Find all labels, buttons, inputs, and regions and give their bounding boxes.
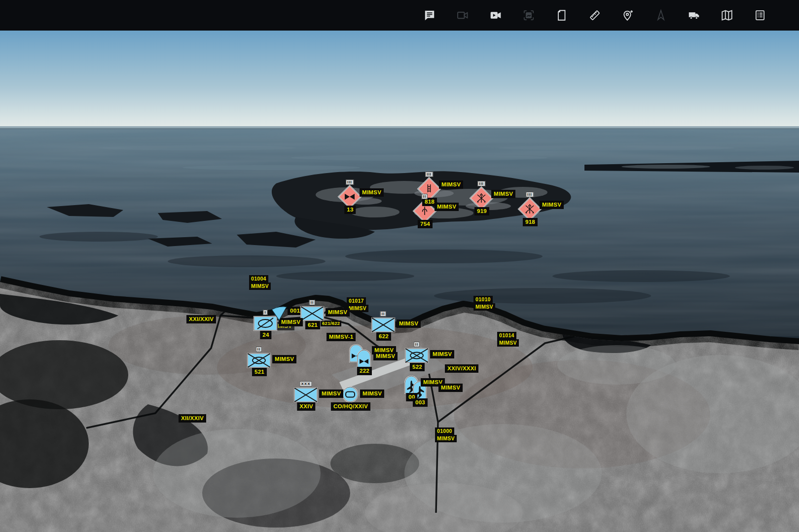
waypoint-name: MIMSV [497,339,519,347]
unit-number-label: 003 [413,398,428,407]
unit-number-label: 754 [418,220,433,228]
unit-name-label: MIMSV [360,188,384,197]
map-text-label[interactable]: MIMSV-1 [327,333,356,341]
unit-number-label: 521 [252,368,267,376]
waypoint-name: MIMSV [249,283,271,290]
unit-number-label: 222 [357,367,372,375]
vehicle-icon[interactable] [688,9,700,22]
waypoint-name: MIMSV [435,435,457,442]
units-layer: XXI/XXIVMIMSV-1XXIV/XXXIXII/XXIV621/6220… [0,0,799,532]
waypoint-label[interactable]: 01014MIMSV [497,332,519,347]
unit-name-label: MIMSV [491,190,515,198]
unit-name-label: MIMSV [326,308,350,317]
unit-name-label: MIMSV [435,203,459,211]
waypoint-label[interactable]: 01010MIMSV [473,296,495,311]
details-list-icon[interactable] [754,9,766,22]
unit-symbol-222[interactable] [355,349,373,368]
waypoint-id: 01010 [473,296,493,303]
echelon-marker: III [346,179,354,185]
unit-name-label: MIMSV [540,201,564,209]
echelon-marker: II [256,347,262,352]
map-icon[interactable] [721,9,733,22]
unit-number-label: 13 [344,206,356,214]
waypoint-name: MIMSV [347,305,368,312]
echelon-marker: XXX [299,381,312,387]
unit-name-label: MIMSV [397,319,421,328]
chat-icon[interactable] [423,9,436,22]
unit-symbol-521[interactable] [246,352,272,369]
screenshot-icon[interactable] [522,9,535,22]
unit-number-label: 622 [376,332,391,341]
camera-record-icon[interactable] [489,9,502,22]
echelon-marker: II [422,194,428,199]
map-text-label[interactable]: XXIV/XXXI [445,364,478,373]
waypoint-id: 01004 [249,275,268,283]
navigation-arrow-icon[interactable] [654,9,667,22]
unit-number-label: XXIV [297,402,315,411]
unit-name-label: MIMSV [272,355,296,363]
map-cursor-icon [271,306,288,323]
waypoint-label[interactable]: 01017MIMSV [347,297,368,312]
echelon-marker: III [477,181,485,186]
echelon-marker: II [309,300,315,305]
unit-name-label: MIMSV [360,390,384,398]
unit-number-label: CO/HQ/XXIV [331,402,370,411]
unit-name-label: MIMSV [319,390,343,398]
unit-name-label: MIMSV [439,180,463,189]
unit-symbol-XXIV[interactable] [293,387,319,403]
unit-symbol-621[interactable] [299,305,325,322]
unit-name-label: MIMSV [438,384,463,392]
document-icon[interactable] [555,9,568,22]
waypoint-id: 01000 [435,427,454,435]
unit-number-label: 522 [410,363,425,371]
map-text-label[interactable]: XII/XXIV [179,414,206,423]
unit-number-label: 621 [305,321,320,329]
unit-symbol-522[interactable] [404,347,430,364]
waypoint-label[interactable]: 01004MIMSV [249,275,271,290]
waypoint-id: 01017 [347,297,366,305]
unit-number-label: 918 [523,218,538,226]
echelon-marker: II [380,311,386,317]
app-window: XXI/XXIVMIMSV-1XXIV/XXXIXII/XXIV621/6220… [0,0,799,532]
toolbar [0,0,799,31]
unit-number-label: 24 [260,331,271,339]
echelon-marker: I [263,310,267,315]
echelon-marker: III [526,192,534,197]
unit-symbol-622[interactable] [370,317,396,333]
waypoint-id: 01014 [497,332,516,339]
echelon-marker: II [414,342,420,347]
ruler-icon[interactable] [588,9,601,22]
map-text-label[interactable]: XXI/XXIV [186,315,216,323]
unit-name-label: MIMSV [430,350,454,358]
waypoint-name: MIMSV [473,303,495,311]
camera-icon[interactable] [456,9,469,22]
unit-number-label: 919 [474,207,489,215]
unit-name-label: MIMSV [373,352,398,360]
echelon-marker: III [425,172,433,177]
waypoint-label[interactable]: 01000MIMSV [435,427,457,442]
add-location-icon[interactable] [621,9,634,22]
